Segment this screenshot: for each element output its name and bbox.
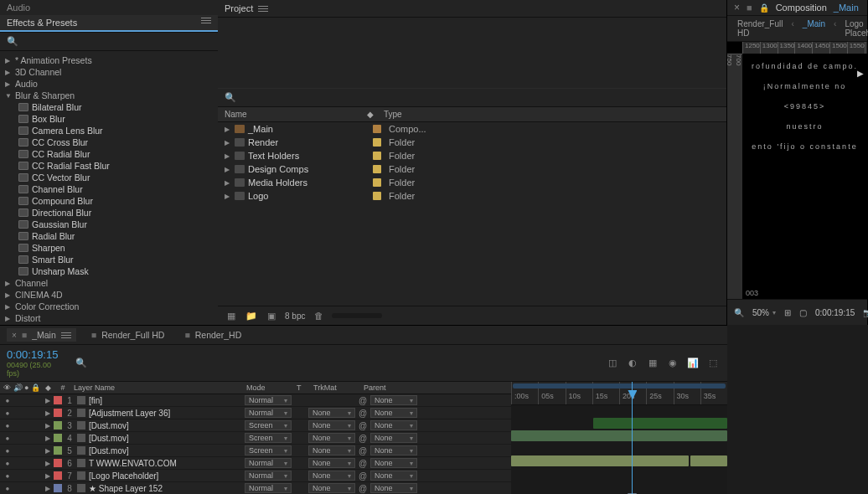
disclosure-icon[interactable]: ▶ [5, 303, 12, 311]
layer-color[interactable] [54, 446, 62, 455]
effect-item[interactable]: CC Radial Blur [0, 148, 218, 160]
pickwhip-icon[interactable]: @ [355, 446, 370, 455]
lock-icon[interactable]: 🔒 [759, 3, 769, 13]
layer-color[interactable] [54, 484, 62, 492]
disclosure-icon[interactable]: ▶ [45, 397, 54, 404]
project-item[interactable]: ▶ Design Comps Folder [218, 162, 726, 176]
layer-row[interactable]: ● ▶ 4 [Dust.mov] Screen▾ None▾ @ None▾ [0, 432, 511, 445]
mode-dropdown[interactable]: Screen▾ [245, 445, 292, 455]
panel-menu-icon[interactable] [258, 6, 268, 12]
interpret-icon[interactable]: ▦ [225, 310, 238, 322]
disclosure-icon[interactable]: ▶ [225, 139, 231, 147]
visibility-toggle[interactable]: ● [3, 409, 12, 417]
mode-dropdown[interactable]: Normal▾ [245, 471, 292, 481]
parent-dropdown[interactable]: None▾ [370, 458, 417, 468]
mode-dropdown[interactable]: Normal▾ [245, 483, 292, 493]
motion-blur-icon[interactable]: ◉ [667, 358, 679, 368]
effects-menu-icon[interactable] [201, 18, 211, 28]
layer-color[interactable] [54, 471, 62, 480]
disclosure-icon[interactable]: ▶ [45, 435, 54, 442]
disclosure-icon[interactable]: ▶ [225, 152, 231, 160]
canvas[interactable]: ▶ rofundidad de campo.¡Normalmente no<99… [742, 54, 867, 299]
menu-icon[interactable] [61, 332, 71, 338]
visibility-toggle[interactable]: ● [3, 396, 12, 404]
layer-name[interactable]: ★ Shape Layer 152 [77, 484, 245, 493]
effect-item[interactable]: Directional Blur [0, 207, 218, 219]
trkmat-dropdown[interactable]: None▾ [308, 445, 355, 455]
visibility-toggle[interactable]: ● [3, 446, 12, 455]
effect-category[interactable]: ▶Channel [0, 277, 218, 289]
time-ruler[interactable]: :00s05s10s15s20s25s30s35s [511, 382, 727, 405]
layer-row[interactable]: ● ▶ 1 [fin] Normal▾ @ None▾ [0, 394, 511, 407]
parent-dropdown[interactable]: None▾ [370, 471, 417, 481]
zoom-dropdown[interactable]: 50%▾ [752, 308, 776, 317]
layer-color[interactable] [54, 396, 62, 404]
project-item[interactable]: ▶ Text Holders Folder [218, 149, 726, 162]
parent-dropdown[interactable]: None▾ [370, 433, 417, 443]
play-icon[interactable]: ▶ [857, 69, 864, 78]
layer-row[interactable]: ● ▶ 8 ★ Shape Layer 152 Normal▾ None▾ @ … [0, 482, 511, 494]
disclosure-icon[interactable]: ▶ [45, 460, 54, 467]
effect-item[interactable]: Sharpen [0, 242, 218, 254]
tag-color[interactable] [373, 125, 381, 133]
shy-icon[interactable]: ◐ [627, 358, 638, 368]
pickwhip-icon[interactable]: @ [355, 471, 370, 481]
effect-item[interactable]: Bilateral Blur [0, 101, 218, 113]
layer-row[interactable]: ● ▶ 2 [Adjustment Layer 36] Normal▾ None… [0, 407, 511, 419]
effect-item[interactable]: Camera Lens Blur [0, 125, 218, 136]
effect-item[interactable]: Channel Blur [0, 183, 218, 195]
tag-color[interactable] [373, 178, 381, 187]
layer-row[interactable]: ● ▶ 3 [Dust.mov] Screen▾ None▾ @ None▾ [0, 419, 511, 432]
layer-name[interactable]: [Logo Placeholder] [77, 471, 245, 481]
layer-name[interactable]: T WWW.ENVATO.COM [77, 459, 245, 468]
timeline-tab[interactable]: ×■_Main [7, 328, 76, 342]
disclosure-icon[interactable]: ▶ [5, 57, 12, 64]
layer-name[interactable]: [Dust.mov] [77, 421, 245, 430]
disclosure-icon[interactable]: ▶ [225, 193, 231, 200]
zoom-slider[interactable] [332, 313, 382, 318]
layer-color[interactable] [54, 421, 62, 430]
comp-tab-name[interactable]: _Main [834, 3, 859, 13]
mode-dropdown[interactable]: Screen▾ [245, 420, 292, 430]
tab-audio[interactable]: Audio [0, 0, 218, 15]
pickwhip-icon[interactable]: @ [355, 484, 370, 493]
effect-category[interactable]: ▶* Animation Presets [0, 54, 218, 66]
disclosure-icon[interactable]: ▶ [225, 126, 231, 133]
mode-dropdown[interactable]: Normal▾ [245, 458, 292, 468]
visibility-toggle[interactable]: ● [3, 459, 12, 467]
track-bar[interactable] [690, 455, 727, 466]
trk-header[interactable]: TrkMat [313, 383, 364, 392]
trkmat-dropdown[interactable]: None▾ [308, 471, 355, 481]
disclosure-icon[interactable]: ▶ [5, 315, 12, 322]
effect-category[interactable]: ▶3D Channel [0, 66, 218, 78]
effect-item[interactable]: CC Radial Fast Blur [0, 160, 218, 172]
parent-dropdown[interactable]: None▾ [370, 445, 417, 455]
effect-item[interactable]: CC Vector Blur [0, 172, 218, 183]
mode-dropdown[interactable]: Normal▾ [245, 408, 292, 418]
timeline-search[interactable]: 🔍 [69, 345, 598, 381]
trash-icon[interactable]: 🗑 [312, 310, 325, 322]
mode-dropdown[interactable]: Normal▾ [245, 395, 292, 405]
effect-category[interactable]: ▶Color Correction [0, 301, 218, 312]
disclosure-icon[interactable]: ▶ [225, 179, 231, 187]
parent-dropdown[interactable]: None▾ [370, 395, 417, 405]
comp-new-icon[interactable]: ▣ [265, 310, 278, 322]
layer-name[interactable]: [Dust.mov] [77, 434, 245, 443]
layer-color[interactable] [54, 409, 62, 417]
work-area[interactable] [513, 383, 726, 389]
layer-name[interactable]: [Adjustment Layer 36] [77, 409, 245, 418]
disclosure-icon[interactable]: ▶ [45, 422, 54, 430]
col-tag[interactable]: ◆ [367, 110, 384, 119]
timecode-box[interactable]: 0:00:19:15 00490 (25.00 fps) [0, 345, 69, 381]
tag-color[interactable] [373, 138, 381, 147]
effect-item[interactable]: CC Cross Blur [0, 136, 218, 148]
effect-category[interactable]: ▼Blur & Sharpen [0, 90, 218, 101]
bpc-label[interactable]: 8 bpc [285, 311, 305, 321]
parent-header[interactable]: Parent [364, 383, 414, 392]
layer-row[interactable]: ● ▶ 5 [Dust.mov] Screen▾ None▾ @ None▾ [0, 445, 511, 457]
trkmat-dropdown[interactable]: None▾ [308, 420, 355, 430]
project-item[interactable]: ▶ Render Folder [218, 136, 726, 149]
trkmat-dropdown[interactable]: None▾ [308, 433, 355, 443]
project-item[interactable]: ▶ _Main Compo... [218, 122, 726, 136]
timeline-search-input[interactable] [94, 358, 592, 368]
